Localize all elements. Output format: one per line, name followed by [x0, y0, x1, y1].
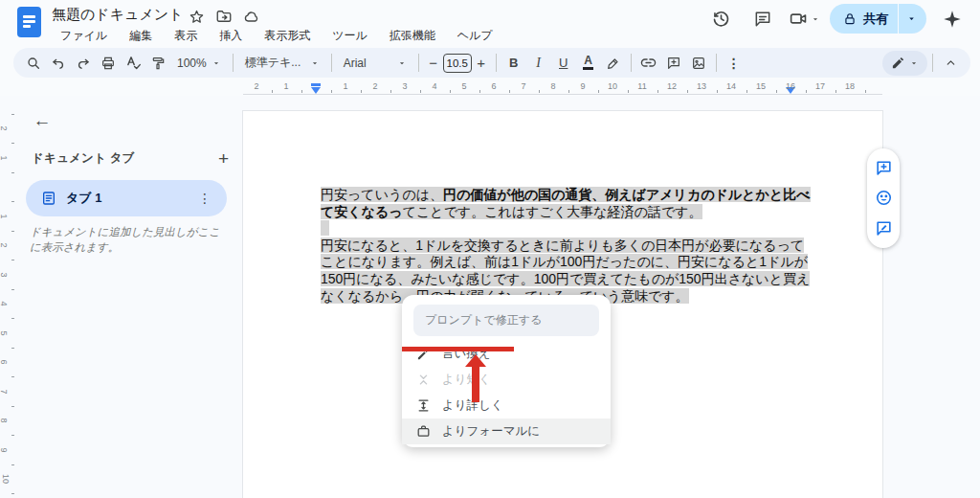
move-folder-icon[interactable] — [215, 8, 233, 25]
gemini-sparkle-icon[interactable] — [936, 5, 969, 34]
sidebar-title: ドキュメント タブ — [32, 150, 135, 167]
underline-button[interactable]: U — [551, 51, 576, 76]
menu-file[interactable]: ファイル — [53, 26, 115, 46]
paragraph-styles-select[interactable]: 標準テキ... — [238, 51, 326, 76]
italic-button[interactable]: I — [526, 51, 551, 76]
sidebar-helper-text: ドキュメントに追加した見出しがここに表示されます。 — [30, 224, 229, 255]
insert-link-icon[interactable] — [636, 51, 661, 76]
decrease-font-size-button[interactable]: − — [424, 51, 443, 76]
star-icon[interactable] — [188, 8, 205, 25]
document-tabs-sidebar: ← ドキュメント タブ + タブ 1 ⋮ ドキュメントに追加した見出しがここに表… — [15, 96, 242, 498]
editing-mode-button[interactable] — [882, 51, 927, 76]
chevron-down-icon — [811, 14, 820, 24]
text-color-button[interactable]: A — [576, 51, 601, 76]
menu-insert[interactable]: 挿入 — [212, 26, 250, 46]
menu-item-rephrase[interactable]: 言い換え — [402, 341, 611, 367]
menu-extensions[interactable]: 拡張機能 — [382, 26, 443, 46]
menu-item-more-detail[interactable]: より詳しく — [402, 393, 611, 419]
insert-image-icon[interactable] — [686, 51, 711, 76]
share-label: 共有 — [863, 11, 888, 28]
pencil-icon — [891, 56, 905, 70]
left-indent-marker[interactable] — [311, 87, 321, 94]
menu-help[interactable]: ヘルプ — [450, 26, 501, 46]
menu-edit[interactable]: 編集 — [122, 26, 160, 46]
suggest-edits-icon[interactable] — [872, 216, 895, 239]
empty-line[interactable] — [321, 220, 813, 238]
font-select[interactable]: Arial — [337, 51, 413, 76]
menu-format[interactable]: 表示形式 — [256, 26, 318, 46]
menu-item-more-formal[interactable]: よりフォーマルに — [402, 419, 611, 444]
floating-action-rail — [867, 148, 900, 248]
chevron-down-icon — [397, 58, 407, 68]
tab-options-button[interactable]: ⋮ — [194, 191, 215, 206]
red-underline-annotation — [402, 347, 514, 351]
document-text[interactable]: 円安っていうのは、円の価値が他の国の通貨、例えばアメリカのドルとかと比べて安くな… — [321, 187, 813, 305]
chevron-down-icon — [212, 58, 221, 68]
lock-icon — [843, 12, 857, 26]
first-line-indent-marker[interactable] — [311, 83, 321, 86]
share-dropdown[interactable] — [899, 4, 926, 34]
expand-icon — [416, 398, 431, 413]
document-tab-icon — [41, 191, 56, 206]
emoji-reaction-icon[interactable] — [872, 187, 895, 210]
add-comment-float-icon[interactable] — [872, 157, 895, 180]
tab-label: タブ 1 — [66, 190, 194, 207]
spellcheck-icon[interactable] — [121, 51, 145, 76]
comments-icon[interactable] — [746, 5, 779, 34]
collapse-toolbar-icon[interactable] — [938, 51, 963, 76]
paint-format-icon[interactable] — [145, 51, 170, 76]
share-button[interactable]: 共有 — [830, 4, 926, 34]
search-menus-icon[interactable] — [21, 51, 46, 76]
zoom-select[interactable]: 100% — [170, 51, 228, 76]
version-history-icon[interactable] — [704, 5, 737, 34]
more-options-button[interactable]: ⋮ — [722, 51, 746, 76]
document-canvas: ← ドキュメント タブ + タブ 1 ⋮ ドキュメントに追加した見出しがここに表… — [0, 96, 980, 498]
add-tab-button[interactable]: + — [218, 151, 229, 167]
briefcase-icon — [416, 424, 431, 439]
font-size-input[interactable]: 10.5 — [443, 54, 472, 73]
cloud-status-icon[interactable] — [243, 8, 260, 25]
rewrite-menu: 言い換え より短く より詳しく よりフォーマルに — [402, 341, 611, 444]
undo-icon[interactable] — [46, 51, 71, 76]
menu-item-shorter: より短く — [402, 367, 611, 393]
prompt-input[interactable]: プロンプトで修正する — [413, 305, 599, 336]
ai-rewrite-popup: プロンプトで修正する 言い換え より短く より詳しく よりフォーマルに — [402, 295, 611, 447]
prompt-placeholder: プロンプトで修正する — [425, 312, 542, 328]
font-value: Arial — [344, 57, 367, 70]
menu-bar: ファイル 編集 表示 挿入 表示形式 ツール 拡張機能 ヘルプ — [53, 26, 501, 46]
red-arrow-stem — [472, 365, 479, 402]
menu-view[interactable]: 表示 — [167, 26, 205, 46]
paragraph-style-value: 標準テキ... — [245, 55, 301, 71]
bold-button[interactable]: B — [501, 51, 526, 76]
horizontal-ruler: 21123456789101112131415161718 — [0, 80, 980, 96]
highlight-color-icon[interactable] — [601, 51, 626, 76]
document-title[interactable]: 無題のドキュメント — [52, 6, 183, 24]
compress-icon — [416, 373, 431, 387]
add-comment-icon[interactable] — [661, 51, 686, 76]
increase-font-size-button[interactable]: + — [472, 51, 491, 76]
docs-logo-icon[interactable] — [17, 7, 41, 37]
chevron-down-icon — [310, 58, 320, 68]
vertical-ruler: 2112345678910 — [0, 96, 15, 498]
tab-item-1[interactable]: タブ 1 ⋮ — [26, 180, 227, 216]
redo-icon[interactable] — [71, 51, 96, 76]
zoom-value: 100% — [177, 57, 207, 70]
format-toolbar: 100% 標準テキ... Arial − 10.5 + B I U A ⋮ — [13, 48, 970, 78]
print-icon[interactable] — [96, 51, 121, 76]
chevron-down-icon — [909, 58, 919, 68]
paragraph-1[interactable]: 円安っていうのは、円の価値が他の国の通貨、例えばアメリカのドルとかと比べて安くな… — [321, 187, 813, 220]
meet-video-button[interactable] — [789, 9, 820, 29]
close-sidebar-button[interactable]: ← — [29, 107, 56, 134]
app-header: 無題のドキュメント ファイル 編集 表示 挿入 表示形式 ツール 拡張機能 ヘル… — [0, 0, 980, 46]
menu-tools[interactable]: ツール — [324, 26, 375, 46]
